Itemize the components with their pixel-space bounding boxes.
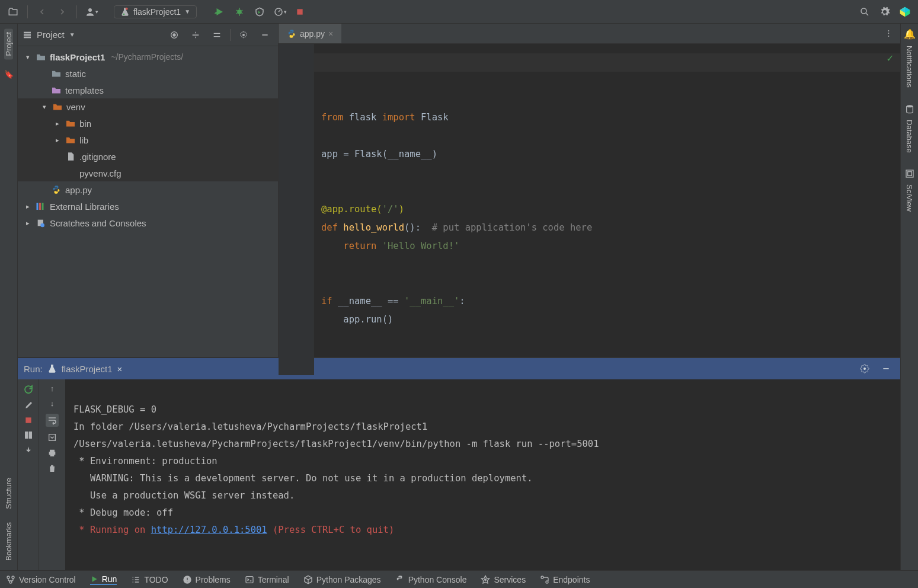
folder-icon xyxy=(51,85,62,95)
problems-tool-button[interactable]: Problems xyxy=(183,575,231,584)
stop-button[interactable] xyxy=(24,416,33,424)
close-icon[interactable]: × xyxy=(117,364,123,374)
down-stack-button[interactable]: ↓ xyxy=(50,399,55,408)
code-token: __name__ == xyxy=(338,296,404,306)
editor-tab-app-py[interactable]: app.py × xyxy=(279,24,341,43)
up-stack-button[interactable]: ↑ xyxy=(50,384,55,393)
run-tool-button[interactable]: Run xyxy=(90,574,117,585)
endpoints-tool-button[interactable]: Endpoints xyxy=(540,575,590,584)
modify-run-config-button[interactable] xyxy=(24,401,33,410)
svg-point-31 xyxy=(541,576,543,579)
structure-tool-button[interactable]: Structure xyxy=(4,474,13,513)
jetbrains-icon[interactable] xyxy=(897,4,913,20)
inspection-ok-icon[interactable]: ✓ xyxy=(887,49,893,67)
coverage-button[interactable] xyxy=(251,4,268,20)
editor-tabs: app.py × ⋮ xyxy=(279,24,900,44)
tree-label: flaskProject1 xyxy=(50,52,105,62)
tree-folder-lib[interactable]: ▸ lib xyxy=(18,132,278,148)
tree-path: ~/PycharmProjects/ xyxy=(111,52,183,62)
notifications-tool-button[interactable]: Notifications xyxy=(905,42,914,91)
chevron-down-icon[interactable]: ▾ xyxy=(24,53,32,61)
todo-tool-button[interactable]: TODO xyxy=(131,575,168,584)
run-console-output[interactable]: FLASK_DEBUG = 0 In folder /Users/valeria… xyxy=(65,379,900,570)
profile-button[interactable]: ▾ xyxy=(271,4,288,20)
console-line: FLASK_DEBUG = 0 xyxy=(73,404,156,415)
tree-folder-static[interactable]: static xyxy=(18,65,278,82)
folder-icon xyxy=(36,52,46,62)
console-url[interactable]: http://127.0.0.1:5001 xyxy=(151,525,267,535)
tree-folder-venv[interactable]: ▾ venv xyxy=(18,98,278,115)
forward-icon[interactable] xyxy=(54,4,71,20)
bookmarks-tool-icon[interactable]: 🔖 xyxy=(4,70,14,79)
project-tool-button[interactable]: Project xyxy=(4,28,13,59)
editor-body[interactable]: ✓ from flask import Flask app = Flask(__… xyxy=(279,44,900,375)
run-button[interactable] xyxy=(211,4,228,20)
sciview-icon[interactable] xyxy=(905,169,914,178)
tree-file-gitignore[interactable]: .gitignore xyxy=(18,148,278,165)
chevron-down-icon[interactable]: ▾ xyxy=(40,103,49,111)
python-console-tool-button[interactable]: Python Console xyxy=(395,575,467,584)
hide-icon[interactable] xyxy=(257,27,273,43)
run-config-selector[interactable]: flaskProject1 ▼ xyxy=(114,5,197,18)
scroll-to-end-button[interactable] xyxy=(47,433,57,442)
gear-icon[interactable] xyxy=(235,27,252,43)
tool-button-label: TODO xyxy=(144,575,168,584)
rerun-button[interactable] xyxy=(23,384,34,395)
tree-file-pyvenv[interactable]: pyvenv.cfg xyxy=(18,165,278,181)
editor-gutter[interactable] xyxy=(279,44,314,375)
svg-point-32 xyxy=(546,581,548,583)
database-icon[interactable] xyxy=(905,104,914,114)
services-tool-button[interactable]: Services xyxy=(481,575,526,584)
tree-folder-bin[interactable]: ▸ bin xyxy=(18,115,278,132)
tree-file-app-py[interactable]: app.py xyxy=(18,181,278,198)
open-icon[interactable] xyxy=(5,4,21,20)
search-icon[interactable] xyxy=(856,4,873,20)
svg-rect-9 xyxy=(24,36,31,38)
terminal-tool-button[interactable]: Terminal xyxy=(245,575,289,584)
pin-button[interactable] xyxy=(24,446,33,455)
chevron-right-icon[interactable]: ▸ xyxy=(53,136,62,144)
vcs-tool-button[interactable]: Version Control xyxy=(6,575,76,584)
tree-folder-templates[interactable]: templates xyxy=(18,82,278,98)
tree-scratches[interactable]: ▸ Scratches and Consoles xyxy=(18,215,278,231)
bell-icon[interactable]: 🔔 xyxy=(904,28,916,40)
tree-label: Scratches and Consoles xyxy=(50,218,146,228)
database-tool-button[interactable]: Database xyxy=(905,116,914,156)
collapse-all-icon[interactable] xyxy=(209,27,225,43)
run-tab-label[interactable]: flaskProject1 xyxy=(62,364,113,374)
stop-button[interactable] xyxy=(292,4,308,20)
chevron-right-icon[interactable]: ▸ xyxy=(53,120,62,127)
chevron-down-icon[interactable]: ▼ xyxy=(69,31,75,38)
back-icon[interactable] xyxy=(34,4,50,20)
bookmarks-tool-button[interactable]: Bookmarks xyxy=(4,519,13,564)
tree-project-root[interactable]: ▾ flaskProject1 ~/PycharmProjects/ xyxy=(18,49,278,65)
delete-button[interactable] xyxy=(47,464,57,473)
expand-all-icon[interactable] xyxy=(187,27,204,43)
tree-label: pyvenv.cfg xyxy=(79,168,121,178)
svg-rect-8 xyxy=(24,34,31,36)
chevron-right-icon[interactable]: ▸ xyxy=(24,203,32,210)
tree-external-libraries[interactable]: ▸ External Libraries xyxy=(18,198,278,215)
debug-button[interactable] xyxy=(231,4,248,20)
user-icon[interactable]: ▾ xyxy=(83,4,100,20)
layout-button[interactable] xyxy=(24,430,33,440)
code-content[interactable]: ✓ from flask import Flask app = Flask(__… xyxy=(314,44,900,375)
svg-point-26 xyxy=(12,576,14,579)
settings-icon[interactable] xyxy=(877,4,893,20)
select-opened-file-icon[interactable] xyxy=(166,27,183,43)
play-icon xyxy=(90,575,98,583)
tree-label: static xyxy=(65,69,86,79)
soft-wrap-button[interactable] xyxy=(46,414,59,427)
close-icon[interactable]: × xyxy=(328,29,333,39)
python-packages-tool-button[interactable]: Python Packages xyxy=(303,575,381,584)
branch-icon xyxy=(6,575,15,584)
sciview-tool-button[interactable]: SciView xyxy=(905,181,914,215)
svg-point-2 xyxy=(123,13,125,15)
tab-options-icon[interactable]: ⋮ xyxy=(880,24,897,41)
project-tree[interactable]: ▾ flaskProject1 ~/PycharmProjects/ stati… xyxy=(18,46,278,357)
scratches-icon xyxy=(36,218,46,228)
print-button[interactable] xyxy=(47,448,57,458)
tree-label: app.py xyxy=(65,185,92,195)
chevron-right-icon[interactable]: ▸ xyxy=(24,219,32,227)
project-panel-title[interactable]: Project xyxy=(37,30,65,40)
